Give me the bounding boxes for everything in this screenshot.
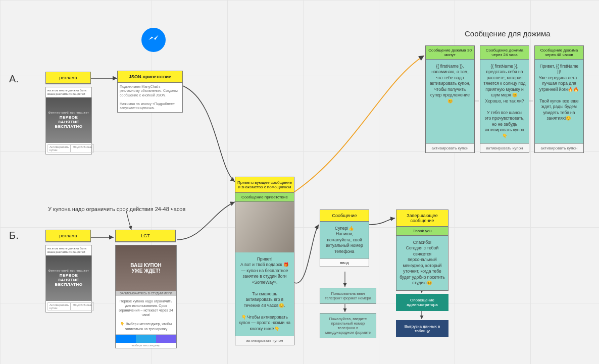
- node-phone-retry[interactable]: Пожалуйста, введите правильный номер тел…: [320, 313, 376, 338]
- f1-body: {{ firstName }}, напоминаю, о том, что т…: [426, 60, 474, 143]
- lgt-card[interactable]: ВАШ КУПОН УЖЕ ЖДЕТ! ЗАПИСЫВАЙТЕСЬ В СТУД…: [115, 245, 177, 348]
- f2-body: {{ firstName }}, представь себя на рассв…: [480, 60, 529, 143]
- section-label-a: А.: [9, 73, 19, 85]
- phone-header: Сообщение: [320, 210, 369, 222]
- lgt-hero: ВАШ КУПОН УЖЕ ЖДЕТ!: [116, 245, 176, 291]
- welcome-image: [235, 202, 294, 252]
- lgt-text: Первое купона надо ограничить для исполь…: [116, 296, 176, 334]
- node-followup-48h[interactable]: Сообщение дожима через 48 часов Привет, …: [534, 45, 584, 153]
- ad-b-hero: Фитнес-клуб приглашает ПЕРВОЕ ЗАНЯТИЕ БЕ…: [46, 255, 91, 301]
- node-notify-admin[interactable]: Оповещение администратора: [396, 294, 448, 311]
- coupon-note: У купона надо ограничить срок действия 2…: [48, 206, 185, 212]
- messenger-icon: [141, 28, 166, 52]
- json-body: Подключаем ManyChat к рекламному объявле…: [118, 83, 182, 112]
- node-ad-b[interactable]: реклама: [45, 230, 91, 242]
- ad-a-more-button[interactable]: ПОДРОБНЕЕ: [71, 144, 94, 152]
- f3-body: Привет, {{ firstName }}! Уже середина ле…: [535, 60, 583, 143]
- f1-header: Сообщение дожима 30 минут: [426, 46, 474, 60]
- f1-activate-button[interactable]: активировать купон: [426, 143, 474, 152]
- f3-activate-button[interactable]: активировать купон: [535, 143, 583, 152]
- ad-a-header: реклама: [46, 72, 90, 84]
- final-sub: Thank you: [396, 227, 448, 236]
- ad-b-header: реклама: [46, 230, 90, 242]
- f2-activate-button[interactable]: активировать купон: [480, 143, 529, 152]
- ad-a-hero: Фитнес-клуб приглашает ПЕРВОЕ ЗАНЯТИЕ БЕ…: [46, 97, 91, 143]
- followup-title: Сообщение для дожима: [465, 29, 551, 38]
- lgt-social-row: [116, 334, 176, 343]
- json-header: JSON-приветствие: [118, 71, 182, 83]
- node-phone[interactable]: Сообщение Супер!👍 Напиши, пожалуйста, св…: [320, 210, 369, 267]
- node-followup-24h[interactable]: Сообщение дожима через 24 часа {{ firstN…: [480, 45, 529, 153]
- lgt-header: LGT: [116, 230, 175, 242]
- social-viber-icon[interactable]: [156, 335, 176, 343]
- node-ad-a[interactable]: реклама: [45, 72, 91, 84]
- ad-a-caption: на этом месте должна быть ваша реклама и…: [46, 87, 91, 97]
- canvas[interactable]: А. Б. Сообщение для дожима У купона надо…: [0, 0, 599, 364]
- lgt-sub: выбери мессенджер: [116, 343, 176, 348]
- ad-b-card[interactable]: на этом месте должна быть ваша реклама и…: [45, 245, 92, 313]
- welcome-activate-button[interactable]: активировать купон: [235, 336, 294, 345]
- lgt-bar: ЗАПИСЫВАЙТЕСЬ В СТУДИИ ЙОГИ: [116, 291, 176, 296]
- welcome-header: Приветствующее сообщение и знакомство с …: [235, 177, 294, 193]
- export-sheet-label: Выгрузка данных в таблицу: [396, 320, 448, 337]
- welcome-body: Привет! А вот и твой подарок 🎁 — купон н…: [235, 252, 294, 336]
- welcome-sub: Сообщение приветствие: [235, 193, 294, 202]
- notify-admin-label: Оповещение администратора: [396, 294, 448, 311]
- f3-header: Сообщение дожима через 48 часов: [535, 46, 583, 60]
- phone-input-chip[interactable]: ввод: [320, 258, 369, 267]
- ad-a-activate-button[interactable]: Активировать купон: [47, 144, 71, 152]
- f2-header: Сообщение дожима через 24 часа: [480, 46, 529, 60]
- ad-a-card[interactable]: на этом месте должна быть ваша реклама и…: [45, 87, 92, 154]
- social-telegram-icon[interactable]: [136, 335, 156, 343]
- section-label-b: Б.: [9, 230, 19, 241]
- social-messenger-icon[interactable]: [116, 335, 136, 343]
- node-phone-check[interactable]: Пользователь ввел телефон? формат номера: [320, 288, 376, 304]
- final-header: Завершающее сообщение: [396, 210, 448, 227]
- node-welcome[interactable]: Приветствующее сообщение и знакомство с …: [235, 177, 294, 345]
- ad-b-more-button[interactable]: ПОДРОБНЕЕ: [71, 302, 94, 310]
- node-lgt[interactable]: LGT: [115, 230, 176, 242]
- ad-b-caption: на этом месте должна быть ваша реклама и…: [46, 245, 91, 255]
- node-json-greeting[interactable]: JSON-приветствие Подключаем ManyChat к р…: [117, 71, 183, 113]
- node-followup-30min[interactable]: Сообщение дожима 30 минут {{ firstName }…: [425, 45, 475, 153]
- phone-body: Супер!👍 Напиши, пожалуйста, свой актуаль…: [320, 222, 369, 258]
- ad-b-activate-button[interactable]: Активировать купон: [47, 302, 71, 310]
- node-final[interactable]: Завершающее сообщение Thank you Спасибо!…: [396, 210, 448, 291]
- node-export-sheet[interactable]: Выгрузка данных в таблицу: [396, 320, 448, 337]
- final-body: Спасибо! Сегодня с тобой свяжется персон…: [396, 236, 448, 290]
